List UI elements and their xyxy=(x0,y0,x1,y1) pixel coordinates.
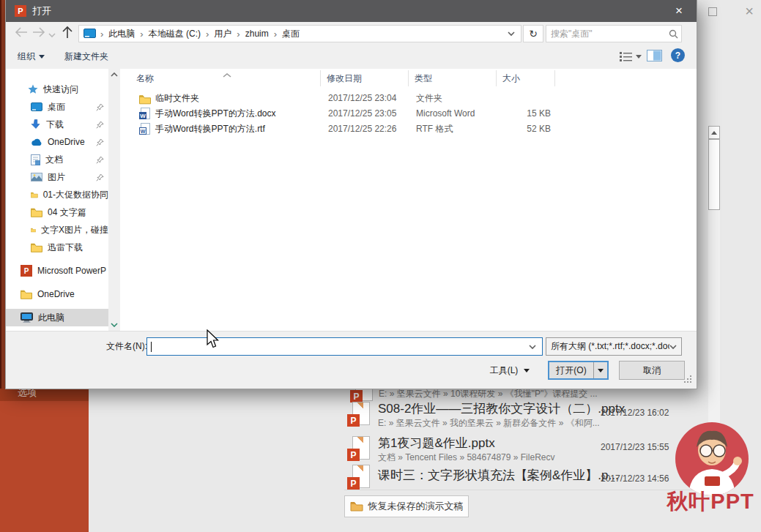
organize-menu-button[interactable]: 组织 xyxy=(18,45,45,67)
chevron-down-icon xyxy=(524,369,530,372)
help-button[interactable]: ? xyxy=(671,48,685,62)
folder-icon xyxy=(139,94,151,105)
sidebar-item-label: 下载 xyxy=(46,119,64,131)
address-dropdown-icon[interactable] xyxy=(508,29,515,39)
folder-icon xyxy=(31,208,42,217)
recent-item-date: 2017/12/23 14:56 xyxy=(601,473,669,484)
sidebar-item-label: 01-大促数据协同 xyxy=(43,189,108,201)
file-date: 2017/12/25 22:26 xyxy=(328,121,396,137)
window-close-button[interactable]: × xyxy=(740,1,759,20)
filetype-value: 所有大纲 (*.txt;*.rtf;*.docx;*.doc xyxy=(551,340,669,353)
sidebar-item-onedrive[interactable]: OneDrive xyxy=(6,133,108,151)
address-bar[interactable]: › 此电脑 › 本地磁盘 (C:) › 用户 › zhuim › 桌面 xyxy=(78,25,521,42)
sidebar-item-label: 文档 xyxy=(45,154,63,166)
filename-label: 文件名(N): xyxy=(106,337,147,356)
cancel-button-label: 取消 xyxy=(643,364,661,377)
open-dialog: P 打开 × › 此电脑 › 本地磁盘 (C:) › 用户 xyxy=(6,0,697,389)
sidebar-item-this-pc[interactable]: 此电脑 xyxy=(6,309,108,326)
recover-presentations-label: 恢复未保存的演示文稿 xyxy=(368,500,464,513)
sidebar-item-pictures[interactable]: 图片 xyxy=(6,168,108,186)
file-type: 文件夹 xyxy=(416,91,442,106)
search-box xyxy=(546,25,682,42)
text-caret xyxy=(151,342,152,352)
sidebar-item-label: OneDrive xyxy=(37,289,75,299)
breadcrumb-zhuim[interactable]: zhuim xyxy=(240,26,274,42)
back-button[interactable] xyxy=(15,27,28,40)
open-button-label: 打开(O) xyxy=(549,364,593,377)
sidebar-item-folder-01[interactable]: 01-大促数据协同 xyxy=(6,186,108,203)
dialog-close-button[interactable]: × xyxy=(661,0,697,22)
scrollbar-up-arrow[interactable] xyxy=(108,69,120,80)
column-header-type[interactable]: 类型 xyxy=(415,69,432,88)
new-folder-button[interactable]: 新建文件夹 xyxy=(64,45,108,67)
sidebar-item-folder-04[interactable]: 04 文字篇 xyxy=(6,203,108,221)
column-header-size[interactable]: 大小 xyxy=(502,69,520,88)
breadcrumb-users[interactable]: 用户 xyxy=(209,26,237,42)
file-size: 52 KB xyxy=(497,121,551,137)
mouse-cursor xyxy=(206,329,220,352)
dialog-titlebar[interactable]: P 打开 × xyxy=(6,0,697,22)
column-header-name[interactable]: 名称 xyxy=(136,69,154,88)
file-row-temp-folder[interactable]: 临时文件夹 2017/12/25 23:04 文件夹 xyxy=(120,91,697,106)
cancel-button[interactable]: 取消 xyxy=(619,361,685,380)
tools-menu-button[interactable]: 工具(L) xyxy=(478,361,541,380)
column-header-date[interactable]: 修改日期 xyxy=(327,69,362,88)
recent-item-date: 2017/12/23 16:02 xyxy=(601,408,669,418)
maximize-icon xyxy=(708,7,717,16)
recent-item-title: 课时三：文字形状填充法【案例&作业】.p... xyxy=(378,467,619,484)
dialog-body: 快速访问 桌面 下载 xyxy=(6,69,697,331)
desktop-location-icon xyxy=(83,29,96,39)
recent-locations-dropdown[interactable] xyxy=(48,30,56,40)
sidebar-item-label: 快速访问 xyxy=(43,83,78,96)
file-row-docx[interactable]: W 手动Word转换PPT的方法.docx 2017/12/25 23:05 M… xyxy=(120,106,697,121)
breadcrumb-desktop[interactable]: 桌面 xyxy=(277,26,305,42)
recent-item[interactable]: P S08-2作业——三招教你文字设计（二）.pptx E: » 坚果云文件 »… xyxy=(344,400,703,432)
rtf-file-icon: W xyxy=(139,123,151,135)
sidebar-item-quick-access[interactable]: 快速访问 xyxy=(6,80,108,98)
sidebar-item-documents[interactable]: 文档 xyxy=(6,151,108,168)
filename-input[interactable] xyxy=(147,342,529,352)
open-button[interactable]: 打开(O) xyxy=(548,361,609,380)
sidebar-item-label: Microsoft PowerP xyxy=(37,266,106,276)
sidebar-item-onedrive-root[interactable]: OneDrive xyxy=(6,285,108,303)
scrollbar-up-arrow[interactable] xyxy=(708,126,720,139)
pin-icon xyxy=(96,173,104,181)
sidebar-item-downloads[interactable]: 下载 xyxy=(6,116,108,133)
sidebar-item-folder-text-image[interactable]: 文字X图片，碰撞 xyxy=(6,221,108,239)
recent-item[interactable]: P 课时三：文字形状填充法【案例&作业】.p... 2017/12/23 14:… xyxy=(344,465,703,488)
qiuye-ppt-logo-text: 秋叶PPT xyxy=(659,487,761,517)
filename-dropdown-icon[interactable] xyxy=(529,342,536,352)
recent-item[interactable]: P 第1夜习题&作业.pptx 文档 » Tencent Files » 584… xyxy=(344,434,703,466)
sidebar-scrollbar[interactable] xyxy=(108,69,120,331)
resize-grip[interactable] xyxy=(683,375,692,386)
organize-label: 组织 xyxy=(18,50,35,63)
forward-button[interactable] xyxy=(32,27,45,40)
recover-presentations-button[interactable]: 恢复未保存的演示文稿 xyxy=(344,495,469,517)
file-row-rtf[interactable]: W 手动Word转换PPT的方法.rtf 2017/12/25 22:26 RT… xyxy=(120,121,697,137)
breadcrumb-this-pc[interactable]: 此电脑 xyxy=(103,26,140,42)
change-view-button[interactable] xyxy=(620,45,642,67)
document-icon xyxy=(31,154,40,165)
file-type: Microsoft Word xyxy=(416,106,475,121)
filetype-dropdown[interactable]: 所有大纲 (*.txt;*.rtf;*.docx;*.doc xyxy=(546,337,682,356)
maximize-button[interactable] xyxy=(705,6,720,18)
sidebar-item-microsoft-powerpoint[interactable]: P Microsoft PowerP xyxy=(6,262,108,280)
search-input[interactable] xyxy=(546,29,669,39)
file-date: 2017/12/25 23:05 xyxy=(328,106,396,121)
sidebar-item-desktop[interactable]: 桌面 xyxy=(6,98,108,116)
download-arrow-icon xyxy=(31,119,41,130)
preview-pane-button[interactable] xyxy=(647,50,662,64)
folder-icon xyxy=(31,225,36,235)
refresh-button[interactable]: ↻ xyxy=(523,25,543,42)
list-view-icon xyxy=(620,51,632,61)
open-split-dropdown[interactable] xyxy=(594,369,607,372)
pin-icon xyxy=(96,121,104,129)
scrollbar-down-arrow[interactable] xyxy=(108,319,120,331)
scrollbar-thumb[interactable] xyxy=(708,139,720,210)
word-file-icon: W xyxy=(139,108,151,119)
sidebar-item-folder-xunlei[interactable]: 迅雷下载 xyxy=(6,239,108,256)
file-date: 2017/12/25 23:04 xyxy=(328,91,396,106)
pin-icon xyxy=(96,138,104,146)
up-button[interactable] xyxy=(62,26,73,41)
breadcrumb-local-disk-c[interactable]: 本地磁盘 (C:) xyxy=(144,26,206,42)
